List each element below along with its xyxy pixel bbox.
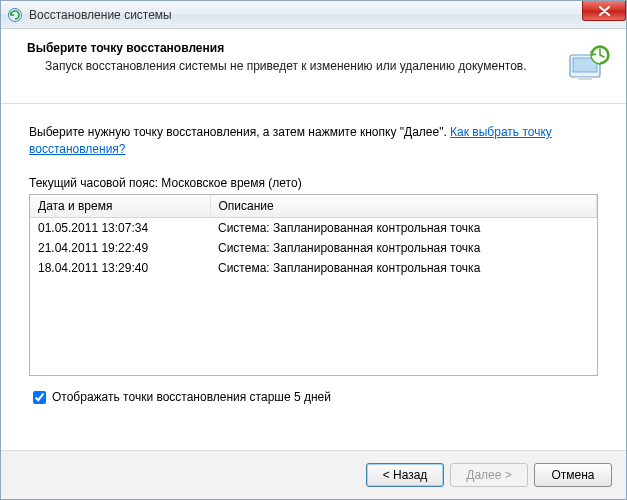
svg-rect-3 [578, 77, 592, 80]
cell-date: 18.04.2011 13:29:40 [30, 258, 210, 278]
window-title: Восстановление системы [29, 8, 172, 22]
timezone-label: Текущий часовой пояс: Московское время (… [29, 176, 598, 190]
restore-icon [7, 7, 23, 23]
close-icon [599, 6, 610, 16]
table-row[interactable]: 18.04.2011 13:29:40 Система: Запланирова… [30, 258, 597, 278]
content-area: Выберите нужную точку восстановления, а … [1, 104, 626, 417]
cell-desc: Система: Запланированная контрольная точ… [210, 238, 597, 258]
back-button[interactable]: < Назад [366, 463, 444, 487]
col-header-desc[interactable]: Описание [210, 195, 597, 218]
system-restore-window: Восстановление системы Выберите точку во… [0, 0, 627, 500]
cell-date: 01.05.2011 13:07:34 [30, 217, 210, 238]
cancel-button[interactable]: Отмена [534, 463, 612, 487]
table-row[interactable]: 01.05.2011 13:07:34 Система: Запланирова… [30, 217, 597, 238]
restore-points-table[interactable]: Дата и время Описание 01.05.2011 13:07:3… [29, 194, 598, 376]
footer-buttons: < Назад Далее > Отмена [1, 450, 626, 499]
header-band: Выберите точку восстановления Запуск вос… [1, 29, 626, 104]
show-older-checkbox[interactable] [33, 391, 46, 404]
page-subtitle: Запуск восстановления системы не приведе… [27, 59, 554, 73]
close-button[interactable] [582, 1, 626, 21]
instruction-prefix: Выберите нужную точку восстановления, а … [29, 125, 450, 139]
show-older-label: Отображать точки восстановления старше 5… [52, 390, 331, 404]
cell-desc: Система: Запланированная контрольная точ… [210, 217, 597, 238]
titlebar: Восстановление системы [1, 1, 626, 29]
restore-large-icon [564, 41, 612, 89]
next-button: Далее > [450, 463, 528, 487]
table-row[interactable]: 21.04.2011 19:22:49 Система: Запланирова… [30, 238, 597, 258]
page-title: Выберите точку восстановления [27, 41, 554, 55]
col-header-date[interactable]: Дата и время [30, 195, 210, 218]
instruction-text: Выберите нужную точку восстановления, а … [29, 124, 598, 158]
show-older-checkbox-row[interactable]: Отображать точки восстановления старше 5… [29, 388, 598, 407]
cell-desc: Система: Запланированная контрольная точ… [210, 258, 597, 278]
cell-date: 21.04.2011 19:22:49 [30, 238, 210, 258]
